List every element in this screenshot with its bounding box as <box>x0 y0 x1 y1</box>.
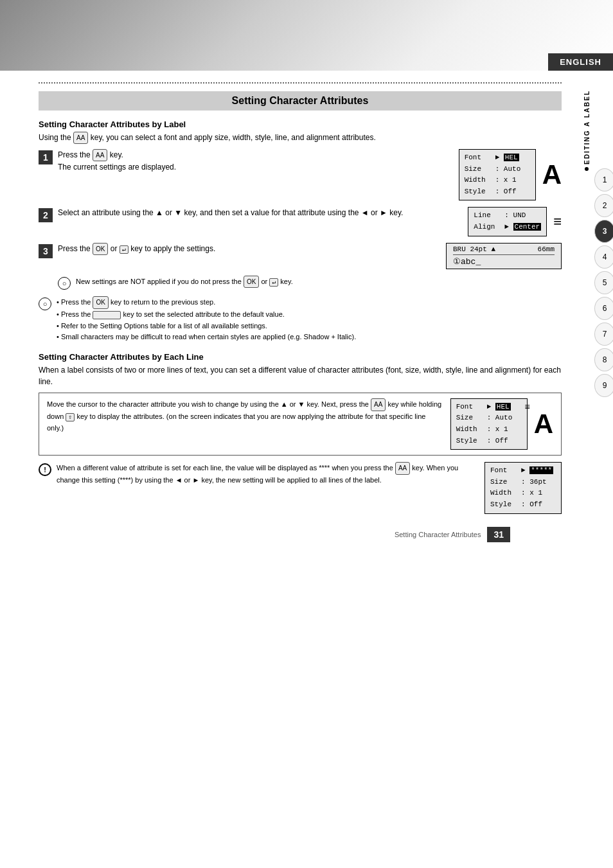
warning-text: When a different value of attribute is s… <box>57 462 478 486</box>
info-box-text: Move the cursor to the character attribu… <box>47 398 444 434</box>
step-1-number: 1 <box>39 150 53 164</box>
nav-item-5[interactable]: 5 <box>594 271 613 294</box>
step3-ok-key: OK <box>93 243 108 255</box>
subsection-heading-1: Setting Character Attributes by Label <box>39 120 562 129</box>
note-ok-key: OK <box>244 276 259 288</box>
warning-display: Font► ***** Size: 36pt Width: x 1 Style:… <box>484 462 562 513</box>
step-1-display: Font► HEL Size: Auto Width: x 1 Style: O… <box>459 149 562 200</box>
nav-item-1[interactable]: 1 <box>594 168 613 191</box>
tips-circle-icon: ○ <box>39 297 51 310</box>
dotted-divider <box>39 82 562 84</box>
tip-1: Press the OK key to return to the previo… <box>57 296 562 309</box>
note-text: New settings are NOT applied if you do n… <box>76 276 562 288</box>
nav-item-2[interactable]: 2 <box>594 194 613 217</box>
subsection-intro-1: Using the AA key, you can select a font … <box>39 132 562 144</box>
warning-row: ! When a different value of attribute is… <box>39 462 562 513</box>
tips-content: Press the OK key to return to the previo… <box>57 296 562 343</box>
language-tab: ENGLISH <box>548 53 613 71</box>
tip1-key: OK <box>93 296 108 309</box>
note-circle-icon: ○ <box>58 277 71 290</box>
nav-item-6[interactable]: 6 <box>594 297 613 320</box>
tips-list: Press the OK key to return to the previo… <box>57 296 562 343</box>
page-number: 31 <box>487 527 510 542</box>
step-2-content: Select an attribute using the ▲ or ▼ key… <box>58 207 458 218</box>
step-3-content: Press the OK or ↵ key to apply the setti… <box>58 243 436 255</box>
page-label: Setting Character Attributes <box>395 531 481 538</box>
top-banner: ENGLISH <box>0 0 613 71</box>
section-title: Setting Character Attributes <box>39 91 562 111</box>
step1-large-a: A <box>542 161 562 188</box>
tip-3: Refer to the Setting Options table for a… <box>57 321 562 332</box>
subsection-by-label: Setting Character Attributes by Label Us… <box>39 120 562 343</box>
step3-note: ○ New settings are NOT applied if you do… <box>58 276 562 290</box>
step-2-display: Line: UND Align► Center ≡ <box>468 207 562 236</box>
subsection-heading-2: Setting Character Attributes by Each Lin… <box>39 352 562 362</box>
main-content: Setting Character Attributes Setting Cha… <box>39 71 562 555</box>
subsection-intro-2: When a label consists of two or more lin… <box>39 364 562 387</box>
step-2-row: 2 Select an attribute using the ▲ or ▼ k… <box>39 207 562 236</box>
nav-item-4[interactable]: 4 <box>594 245 613 269</box>
info-lcd: Font► HEL Size: Auto Width: x 1 Style: O… <box>450 398 528 450</box>
align-icon: ≡ <box>553 213 562 230</box>
warning-content: When a different value of attribute is s… <box>57 462 562 513</box>
info-font-key: AA <box>371 398 386 411</box>
step1-lcd: Font► HEL Size: Auto Width: x 1 Style: O… <box>459 149 536 200</box>
warn-key: AA <box>395 462 410 475</box>
info-large-a: A <box>534 411 553 438</box>
nav-item-3[interactable]: 3 <box>594 220 613 243</box>
subsection-by-each-line: Setting Character Attributes by Each Lin… <box>39 352 562 514</box>
info-shift-key: ⇧ <box>66 413 75 421</box>
right-nav: 1 2 3 4 5 6 7 8 9 <box>592 167 613 398</box>
nav-item-9[interactable]: 9 <box>594 374 613 397</box>
equals-icon: ≡ <box>524 400 529 414</box>
info-box-each-line: Move the cursor to the character attribu… <box>39 393 562 456</box>
step-3-row: 3 Press the OK or ↵ key to apply the set… <box>39 243 562 269</box>
tip-4: Small characters may be difficult to rea… <box>57 332 562 343</box>
info-box-display: Font► HEL Size: Auto Width: x 1 Style: O… <box>450 398 553 450</box>
step-1-row: 1 Press the AA key. The current settings… <box>39 149 562 200</box>
step-3-display: BRU 24pt ▲ 66mm ①abc_ <box>446 243 562 269</box>
step-3-number: 3 <box>39 244 53 258</box>
font-key-icon: AA <box>73 132 88 144</box>
tip-2: Press the key to set the selected attrib… <box>57 309 562 321</box>
general-tips: ○ Press the OK key to return to the prev… <box>39 296 562 343</box>
warning-lcd: Font► ***** Size: 36pt Width: x 1 Style:… <box>484 462 562 513</box>
step-1-content: Press the AA key. The current settings a… <box>58 149 449 173</box>
tip2-key <box>93 311 121 319</box>
step2-lcd: Line: UND Align► Center <box>468 207 547 236</box>
step3-bru-display: BRU 24pt ▲ 66mm ①abc_ <box>446 243 562 269</box>
page-footer: Setting Character Attributes 31 <box>39 527 510 555</box>
step1-key: AA <box>93 149 107 161</box>
nav-item-8[interactable]: 8 <box>594 348 613 371</box>
vertical-section-label: EDITING A LABEL <box>583 90 591 171</box>
warning-icon: ! <box>39 463 51 476</box>
nav-item-7[interactable]: 7 <box>594 323 613 346</box>
step3-enter-key: ↵ <box>120 245 129 254</box>
step-2-number: 2 <box>39 208 53 222</box>
note-enter-key: ↵ <box>269 278 278 287</box>
